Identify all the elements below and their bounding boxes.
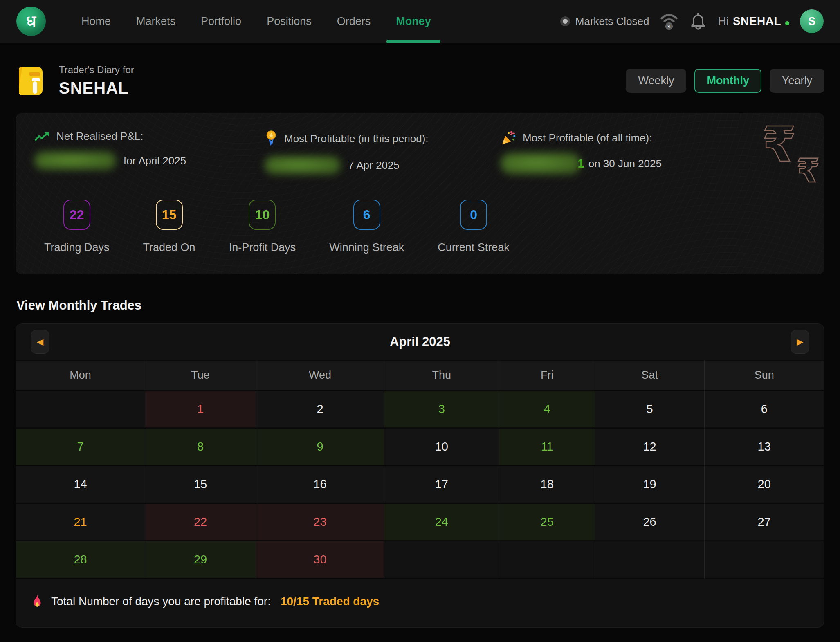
calendar-cell[interactable]: 24 — [384, 504, 499, 541]
stat-net-pnl: Net Realised P&L: for April 2025 — [34, 130, 265, 177]
top-navbar: ध Home Markets Portfolio Positions Order… — [0, 0, 840, 43]
calendar-cell[interactable]: 6 — [705, 391, 824, 429]
calendar-cell[interactable]: 25 — [499, 504, 595, 541]
calendar-cell[interactable]: 27 — [705, 504, 824, 541]
calendar-cell[interactable]: 2 — [256, 391, 384, 429]
calendar-footer: Total Number of days you are profitable … — [16, 579, 824, 627]
counter-value: 10 — [255, 207, 270, 222]
tab-weekly[interactable]: Weekly — [626, 69, 686, 93]
calendar-cell[interactable]: 1 — [145, 391, 256, 429]
profitable-days-value: 10/15 Traded days — [281, 595, 379, 608]
stat-suffix: for April 2025 — [124, 155, 186, 167]
prev-month-button[interactable]: ◀ — [31, 330, 49, 354]
bell-icon[interactable] — [689, 12, 707, 31]
weekday-header: Mon — [16, 360, 145, 391]
next-month-button[interactable]: ▶ — [791, 330, 809, 354]
nav-item-home[interactable]: Home — [69, 0, 124, 43]
tab-yearly[interactable]: Yearly — [770, 69, 824, 93]
counter-label: In-Profit Days — [229, 241, 296, 254]
chevron-left-icon: ◀ — [37, 337, 43, 347]
nav-item-positions[interactable]: Positions — [254, 0, 324, 43]
stat-most-profitable-alltime: Most Profitable (of all time): 1 on 30 J… — [501, 130, 806, 177]
counters-row: 22 Trading Days 15 Traded On 10 In-Profi… — [34, 200, 806, 254]
market-status-dot — [560, 16, 570, 26]
calendar-cell[interactable]: 17 — [384, 466, 499, 504]
calendar-cell[interactable]: 30 — [256, 541, 384, 579]
page-title: SNEHAL — [59, 79, 134, 97]
presence-dot — [785, 21, 789, 25]
nav-item-money[interactable]: Money — [383, 0, 444, 43]
calendar-cell[interactable]: 18 — [499, 466, 595, 504]
calendar-cell — [16, 391, 145, 429]
counter-winning-streak: 6 Winning Streak — [329, 200, 404, 254]
counter-label: Current Streak — [438, 241, 510, 254]
calendar-week-row: 7 8 9 10 11 12 13 — [16, 429, 824, 466]
section-title: View Monthly Trades — [16, 298, 840, 313]
calendar-cell[interactable]: 14 — [16, 466, 145, 504]
calendar-cell[interactable]: 4 — [499, 391, 595, 429]
calendar-table: Mon Tue Wed Thu Fri Sat Sun 1 2 3 4 5 6 … — [16, 360, 824, 579]
calendar-cell[interactable]: 19 — [595, 466, 705, 504]
calendar-week-row: 21 22 23 24 25 26 27 — [16, 504, 824, 541]
tab-monthly[interactable]: Monthly — [694, 69, 761, 93]
greeting-prefix: Hi — [718, 15, 728, 28]
counter-in-profit-days: 10 In-Profit Days — [229, 200, 296, 254]
stat-most-profitable-period: Most Profitable (in this period): 7 Apr … — [265, 130, 501, 177]
calendar-cell[interactable]: 11 — [499, 429, 595, 466]
calendar-cell[interactable]: 8 — [145, 429, 256, 466]
calendar-card: April 2025 ◀ ▶ Mon Tue Wed Thu Fri Sat S… — [16, 323, 824, 628]
calendar-cell[interactable]: 20 — [705, 466, 824, 504]
weekday-header: Tue — [145, 360, 256, 391]
market-status: Markets Closed — [560, 15, 649, 28]
calendar-cell[interactable]: 22 — [145, 504, 256, 541]
weekday-header: Sat — [595, 360, 705, 391]
calendar-cell[interactable]: 7 — [16, 429, 145, 466]
nav-item-markets[interactable]: Markets — [124, 0, 188, 43]
calendar-cell[interactable]: 10 — [384, 429, 499, 466]
counter-label: Winning Streak — [329, 241, 404, 254]
diary-header: Trader's Diary for SNEHAL Weekly Monthly… — [19, 64, 824, 97]
counter-trading-days: 22 Trading Days — [44, 200, 110, 254]
logo-glyph: ध — [26, 12, 36, 31]
nav-item-orders[interactable]: Orders — [324, 0, 384, 43]
calendar-week-row: 14 15 16 17 18 19 20 — [16, 466, 824, 504]
weekday-header: Sun — [705, 360, 824, 391]
summary-card: ₹ ₹ Net Realised P&L: for April 2025 — [16, 113, 824, 274]
calendar-cell[interactable]: 5 — [595, 391, 705, 429]
stat-suffix: 7 Apr 2025 — [348, 159, 400, 172]
calendar-month-title: April 2025 — [16, 334, 824, 349]
nav-item-portfolio[interactable]: Portfolio — [188, 0, 254, 43]
calendar-week-row: 28 29 30 — [16, 541, 824, 579]
stat-label: Most Profitable (of all time): — [523, 132, 652, 144]
counter-value: 6 — [363, 207, 371, 222]
counter-value: 22 — [70, 207, 84, 222]
calendar-cell[interactable]: 9 — [256, 429, 384, 466]
market-status-label: Markets Closed — [575, 15, 649, 28]
stat-suffix: on 30 Jun 2025 — [588, 157, 662, 170]
weekday-header: Wed — [256, 360, 384, 391]
app-logo[interactable]: ध — [16, 7, 46, 36]
calendar-cell[interactable]: 3 — [384, 391, 499, 429]
main-nav: Home Markets Portfolio Positions Orders … — [69, 0, 444, 43]
calendar-cell[interactable]: 23 — [256, 504, 384, 541]
calendar-cell[interactable]: 13 — [705, 429, 824, 466]
avatar-initial: S — [808, 15, 816, 28]
counter-traded-on: 15 Traded On — [143, 200, 195, 254]
chevron-right-icon: ▶ — [797, 337, 803, 347]
calendar-cell[interactable]: 21 — [16, 504, 145, 541]
svg-text:ध: ध — [668, 24, 671, 29]
user-greeting: Hi SNEHAL — [718, 15, 789, 28]
calendar-cell[interactable]: 16 — [256, 466, 384, 504]
counter-label: Traded On — [143, 241, 195, 254]
calendar-cell — [499, 541, 595, 579]
calendar-cell[interactable]: 28 — [16, 541, 145, 579]
calendar-cell — [705, 541, 824, 579]
user-avatar[interactable]: S — [800, 9, 824, 33]
calendar-cell[interactable]: 26 — [595, 504, 705, 541]
calendar-cell[interactable]: 29 — [145, 541, 256, 579]
ledger-book-icon — [19, 67, 43, 95]
calendar-cell[interactable]: 12 — [595, 429, 705, 466]
calendar-cell — [384, 541, 499, 579]
stats-row: Net Realised P&L: for April 2025 Most Pr… — [34, 130, 806, 177]
calendar-cell[interactable]: 15 — [145, 466, 256, 504]
